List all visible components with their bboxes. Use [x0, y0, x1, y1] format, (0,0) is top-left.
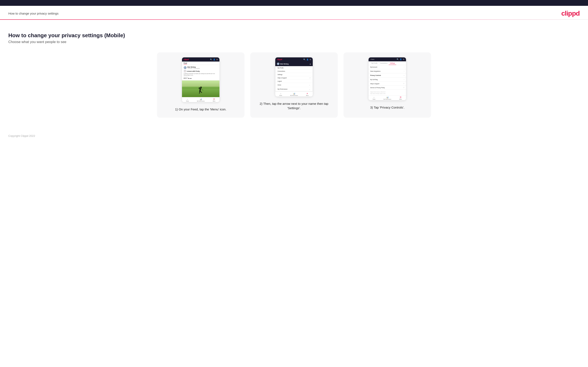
search-icon-2: 🔍 — [303, 59, 305, 60]
phone-nav-icons-1: 🔍 👤 ⚙ — [210, 59, 218, 60]
menu-logout[interactable]: Logout — [276, 80, 312, 83]
settings-data-integrations[interactable]: Data Integrations › — [369, 69, 406, 73]
external-link-icon-3: ↗ — [403, 87, 404, 88]
chevron-down-icon-2: ⌄ — [309, 88, 311, 90]
tab-settings[interactable]: Settings — [389, 61, 396, 65]
golf-silhouette-icon: 🏌️ — [197, 86, 205, 93]
chevron-right-icon-2: › — [404, 70, 404, 72]
feed-username: Blair McHarg — [187, 66, 200, 68]
chevron-right-icon-4: › — [404, 79, 404, 81]
feed-duration-val: 01 hr : 30 min — [184, 78, 218, 79]
feed-lesson-header: 📋 Lesson with Fordy — [184, 70, 218, 73]
menu-my-profile[interactable]: My Profile — [276, 66, 312, 70]
step-1-card: clippd 🔍 👤 ⚙ Feed — [157, 52, 244, 118]
header-title: How to change your privacy settings — [8, 12, 59, 15]
steps-container: clippd 🔍 👤 ⚙ Feed — [8, 52, 580, 118]
feed-post: Blair McHarg Yesterday · Sunningdale 📋 L… — [182, 65, 219, 81]
home-icon: ⌂ — [187, 98, 188, 100]
home-section-label: Home — [277, 84, 281, 86]
settings-service-privacy[interactable]: Service & Privacy Policy ↗ — [369, 86, 406, 90]
feed-desc: Looking to feel like my hands are exitin… — [184, 73, 218, 76]
main-content: How to change your privacy settings (Mob… — [0, 26, 588, 130]
search-icon: 🔍 — [210, 59, 212, 60]
bottom-menu[interactable]: ☰ Menu — [213, 98, 216, 102]
settings-help-support[interactable]: Help & Support ↗ — [369, 82, 406, 86]
bottom-performance-label-3: My Performance — [383, 99, 391, 100]
settings-tabs: My Profile Connections Settings — [369, 61, 406, 65]
phone-logo-1: clippd — [184, 58, 189, 60]
bottom-menu-label: Menu — [213, 100, 216, 102]
my-performance-label: My Performance — [277, 88, 287, 90]
bottom-performance-label: My Performance — [197, 100, 205, 102]
home-icon-3: ⌂ — [373, 96, 375, 98]
chevron-down-icon: ⌄ — [309, 84, 311, 86]
logo: clippd — [561, 9, 580, 17]
performance-icon-2: 📊 — [293, 92, 295, 95]
help-support-label-2: Help & Support — [370, 83, 379, 84]
menu-home[interactable]: Home ⌄ — [276, 83, 312, 87]
home-icon-2: ⌂ — [280, 92, 281, 95]
settings-icon-3: ⚙ — [403, 58, 404, 60]
phone-bottom-bar-3: ⌂ Home 📊 My Performance ☰ Menu — [369, 95, 406, 100]
dropdown-header: Blair McHarg ▲ — [275, 62, 313, 66]
bottom-performance: 📊 My Performance — [197, 98, 205, 102]
step-2-description: 2) Then, tap the arrow next to your name… — [254, 101, 334, 110]
external-link-icon-2: ↗ — [403, 83, 404, 84]
settings-my-golf-bag[interactable]: My Golf Bag › — [369, 78, 406, 82]
bottom-performance-3: 📊 My Performance — [383, 96, 391, 100]
step-1-description: 1) On your Feed, tap the 'Menu' icon. — [175, 107, 226, 111]
connections-label: Connections — [277, 70, 285, 72]
bottom-menu-label-2: Menu — [306, 95, 309, 96]
step-1-phone: clippd 🔍 👤 ⚙ Feed — [182, 57, 219, 102]
settings-back-bar: < Back 🔍 👤 ⚙ — [369, 57, 406, 61]
top-bar — [0, 0, 588, 6]
my-golf-bag-label: My Golf Bag — [370, 79, 378, 80]
user-icon-2: 👤 — [306, 59, 309, 60]
page-subheading: Choose what you want people to see — [8, 40, 580, 44]
close-icon: ✕ — [306, 92, 308, 95]
phone-nav-icons-3: 🔍 👤 ⚙ — [397, 58, 404, 60]
chevron-right-icon-1: › — [404, 66, 404, 68]
bottom-home-3: ⌂ Home — [373, 96, 375, 100]
phone-logo-2: clippd — [277, 58, 282, 60]
bottom-menu-2[interactable]: ✕ Menu — [306, 92, 309, 96]
feed-post-header: Blair McHarg Yesterday · Sunningdale — [184, 66, 218, 69]
settings-list: My Account › Data Integrations › Privacy… — [369, 65, 406, 95]
step-3-description: 3) Tap 'Privacy Controls'. — [370, 105, 405, 109]
menu-connections[interactable]: Connections — [276, 70, 312, 73]
privacy-controls-label: Privacy Controls — [370, 75, 381, 76]
external-link-icon: ↗ — [309, 77, 311, 79]
my-profile-label: My Profile — [277, 67, 284, 69]
step-3-phone: < Back 🔍 👤 ⚙ My Profile Connections Sett… — [369, 57, 406, 100]
feed-user-info: Blair McHarg Yesterday · Sunningdale — [187, 66, 200, 69]
phone-nav-2: clippd 🔍 👤 ⚙ — [275, 57, 313, 62]
tab-connections[interactable]: Connections — [379, 61, 389, 65]
bottom-home-label-2: Home — [279, 95, 282, 96]
menu-settings[interactable]: Settings — [276, 73, 312, 76]
bottom-menu-label-3: Menu — [399, 99, 402, 100]
data-integrations-label: Data Integrations — [370, 70, 380, 72]
bottom-home-2: ⌂ Home — [279, 92, 282, 96]
header-divider — [0, 19, 588, 20]
footer: Copyright Clippd 2022 — [0, 130, 588, 142]
settings-my-account[interactable]: My Account › — [369, 65, 406, 69]
menu-icon-3: ☰ — [400, 96, 401, 98]
dropdown-avatar — [277, 63, 279, 65]
avatar — [184, 66, 187, 69]
menu-my-performance[interactable]: My Performance ⌄ — [276, 87, 312, 91]
lesson-icon: 📋 — [184, 70, 186, 73]
performance-icon: 📊 — [200, 98, 202, 100]
help-support-label: Help & Support — [277, 77, 287, 79]
user-icon: 👤 — [213, 59, 215, 60]
settings-privacy-controls[interactable]: Privacy Controls › — [369, 73, 406, 78]
phone-bottom-bar-2: ⌂ Home 📊 My Performance ✕ Menu — [275, 92, 313, 96]
performance-icon-3: 📊 — [386, 96, 389, 98]
phone-nav-1: clippd 🔍 👤 ⚙ — [182, 57, 219, 62]
back-button[interactable]: < Back — [370, 59, 374, 60]
bottom-menu-3[interactable]: ☰ Menu — [399, 96, 402, 100]
service-privacy-label: Service & Privacy Policy — [370, 87, 385, 88]
menu-help-support[interactable]: Help & Support ↗ — [276, 76, 312, 80]
tab-my-profile[interactable]: My Profile — [370, 61, 379, 65]
copyright: Copyright Clippd 2022 — [8, 134, 35, 137]
phone-nav-icons-2: 🔍 👤 ⚙ — [303, 59, 311, 60]
